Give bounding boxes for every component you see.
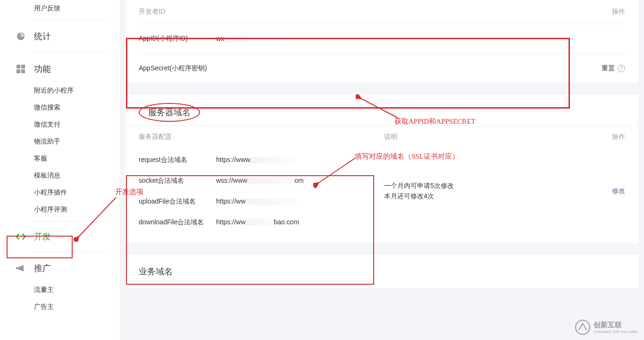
pie-chart-icon [15, 32, 26, 41]
watermark-icon [575, 319, 591, 335]
sidebar-item-develop-label: 开发 [34, 231, 51, 242]
grid-icon [15, 65, 26, 73]
server-row-socket: socket合法域名 wss://wwwom [139, 170, 384, 191]
server-desc: 一个月内可申请5次修改 本月还可修改4次 [384, 150, 597, 233]
svg-point-7 [576, 320, 590, 334]
help-icon[interactable]: ? [618, 65, 625, 72]
watermark-sub: CHUANG XIN HU LIAN [594, 330, 637, 334]
code-icon [15, 232, 26, 241]
sidebar-section-features-label: 功能 [34, 63, 51, 75]
appsecret-reset[interactable]: 重置 ? [602, 64, 625, 73]
sidebar-item-feedback[interactable]: 用户反馈 [34, 0, 109, 17]
business-domain-title: 业务域名 [139, 266, 625, 277]
appid-row: AppID(小程序ID) wx [139, 24, 625, 53]
server-rows: request合法域名 https://www. socket合法域名 wss:… [139, 150, 384, 233]
svg-rect-0 [17, 65, 20, 68]
megaphone-icon [15, 264, 26, 272]
sidebar-item-nearby[interactable]: 附近的小程序 [34, 82, 109, 99]
svg-rect-1 [21, 65, 25, 68]
sidebar-item-eval[interactable]: 小程序评测 [34, 201, 109, 218]
server-desc-header: 说明 [384, 133, 597, 141]
server-config-header: 服务器配置 [139, 133, 384, 141]
sidebar-item-traffic[interactable]: 流量主 [34, 281, 109, 298]
appid-label: AppID(小程序ID) [139, 34, 216, 43]
sidebar-item-search[interactable]: 微信搜索 [34, 99, 109, 116]
sidebar-item-advertiser[interactable]: 广告主 [34, 298, 109, 315]
server-op-header: 操作 [597, 133, 625, 141]
business-domain-card: 业务域名 [125, 255, 638, 289]
sidebar-section-promotion-label: 推广 [34, 263, 51, 274]
watermark-brand: 创新互联 [594, 321, 637, 330]
server-domain-title: 服务器域名 [139, 103, 200, 122]
sidebar-item-logistics[interactable]: 物流助手 [34, 133, 109, 150]
sidebar-section-promotion[interactable]: 推广 [15, 255, 109, 281]
developer-op-header: 操作 [612, 8, 625, 16]
sidebar-section-stats[interactable]: 统计 [15, 23, 109, 50]
sidebar-item-develop[interactable]: 开发 [15, 224, 109, 249]
developer-id-header: 开发者ID [139, 8, 165, 16]
server-domain-card: 服务器域名 服务器配置 说明 操作 request合法域名 https://ww… [125, 94, 638, 243]
server-row-upload: uploadFile合法域名 https://ww [139, 191, 384, 212]
svg-rect-3 [21, 69, 25, 73]
sidebar-item-service[interactable]: 客服 [34, 150, 109, 167]
appid-value: wx [216, 35, 625, 42]
sidebar: 用户反馈 统计 功能 附近的小程序 微信搜索 微信支付 物流助手 客服 模板消息 [0, 0, 120, 340]
sidebar-section-stats-label: 统计 [34, 31, 51, 42]
appsecret-label: AppSecret(小程序密钥) [139, 64, 216, 73]
watermark: 创新互联 CHUANG XIN HU LIAN [575, 319, 637, 335]
developer-id-card: 开发者ID 操作 AppID(小程序ID) wx AppSecret(小程序密钥… [125, 0, 638, 83]
server-row-download: downloadFile合法域名 https://wwbao.com [139, 212, 384, 233]
appsecret-row: AppSecret(小程序密钥) 重置 ? [139, 53, 625, 83]
sidebar-item-pay[interactable]: 微信支付 [34, 116, 109, 133]
server-row-request: request合法域名 https://www. [139, 150, 384, 170]
sidebar-item-plugin[interactable]: 小程序插件 [34, 184, 109, 201]
sidebar-section-features[interactable]: 功能 [15, 56, 109, 82]
svg-rect-2 [17, 69, 20, 73]
sidebar-item-template[interactable]: 模板消息 [34, 167, 109, 184]
main-content: 开发者ID 操作 AppID(小程序ID) wx AppSecret(小程序密钥… [120, 0, 644, 340]
modify-link[interactable]: 修改 [612, 187, 625, 196]
